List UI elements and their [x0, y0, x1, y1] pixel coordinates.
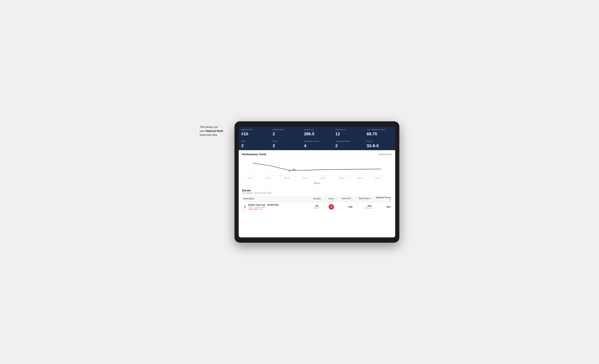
col-score: Score: [325, 195, 338, 202]
weighted-points-info-icon: ⓘ: [389, 199, 391, 201]
event-sg-value: 0.45: [339, 206, 352, 208]
events-table: Event Name Position Score Event SG ⓘ Tot…: [242, 195, 392, 212]
table-row: 🏌️ Buster Cozy Cup – Stroke Play Oct 9 –…: [242, 202, 392, 212]
stat-record-label: Record: [367, 140, 393, 142]
position-sub: out of 7: [310, 207, 324, 209]
stat-top3s-label: Top 3s: [273, 140, 298, 142]
score-badge: -22: [329, 204, 334, 210]
stat-total-rounds-label: Total Rounds: [335, 128, 361, 131]
svg-text:OCT 23: OCT 23: [247, 177, 253, 179]
event-sg-cell: 0.45: [338, 202, 353, 212]
svg-text:DEC 23: DEC 23: [284, 177, 290, 179]
col-event-name: Event Name: [242, 195, 309, 202]
tablet-device: National Rank #10 Regional Rank 2 Scorin…: [235, 121, 399, 243]
col-weighted-points: Weighted Points ⓘ: [373, 195, 392, 202]
stat-national-rank-label: National Rank: [241, 128, 267, 131]
stat-top3s-value: 2: [273, 143, 298, 148]
stat-top3s: Top 3s 2: [270, 138, 301, 150]
svg-text:APR 24: APR 24: [357, 177, 363, 179]
annotation-line3: trend over time: [200, 133, 217, 136]
stat-national-rank-value: #10: [241, 132, 267, 136]
tablet-screen: National Rank #10 Regional Rank 2 Scorin…: [239, 127, 395, 237]
svg-text:MAR 24: MAR 24: [339, 177, 345, 179]
stat-match-play-label: Match Play Events: [335, 140, 361, 142]
events-section: Events Last updated: 24th November 2023 …: [239, 187, 395, 237]
stat-total-rounds-value: 12: [335, 132, 361, 136]
chart-x-axis-label: Months: [242, 182, 392, 185]
stat-scoring-avg-label: Scoring Avg.: [304, 128, 330, 131]
total-points-value: 28.3: [355, 205, 371, 207]
performance-trend-section: Performance Trend National Rank: [239, 150, 395, 187]
stat-record-value: 32-8-0: [367, 143, 393, 148]
performance-trend-label: National Rank: [379, 153, 392, 155]
stat-avg-weighted-value: 68.75: [367, 132, 393, 136]
chart-svg: #10 OCT 23 NOV 23 DEC 23 JAN 24 FEB 24 M…: [242, 157, 392, 182]
annotation-line2-prefix: your: [200, 129, 205, 133]
stat-regional-rank: Regional Rank 2: [270, 127, 301, 138]
stat-stroke-play-label: Stroke Play Events: [304, 140, 330, 142]
stat-match-play: Match Play Events 2: [333, 138, 364, 150]
weighted-points-cell: 28.3: [373, 202, 392, 212]
stat-record: Record 32-8-0: [364, 138, 395, 150]
event-info-cell: 🏌️ Buster Cozy Cup – Stroke Play Oct 9 –…: [242, 202, 309, 212]
stat-match-play-value: 2: [335, 143, 361, 148]
stat-national-rank: National Rank #10: [239, 127, 270, 138]
rank-impact: Rank Impact: 3 ▼: [248, 208, 279, 210]
total-points-info-icon: ⓘ: [370, 198, 372, 200]
stat-wins: Wins 2: [239, 138, 270, 150]
stat-stroke-play-value: 4: [304, 143, 330, 148]
events-last-updated: Last updated: 24th November 2023: [242, 192, 392, 194]
event-sg-info-icon: ⓘ: [351, 198, 352, 200]
stat-wins-label: Wins: [241, 140, 267, 142]
events-table-body: 🏌️ Buster Cozy Cup – Stroke Play Oct 9 –…: [242, 202, 392, 212]
svg-text:#10: #10: [292, 169, 295, 170]
event-name: Buster Cozy Cup – Stroke Play: [248, 204, 279, 206]
stats-row-1: National Rank #10 Regional Rank 2 Scorin…: [239, 127, 395, 138]
annotation: This shows you your National Rank trend …: [200, 125, 237, 137]
total-points-cell: 28.3 3 Rounds: [353, 202, 373, 212]
stat-wins-value: 2: [241, 143, 267, 148]
col-position: Position: [309, 195, 325, 202]
svg-text:FEB 24: FEB 24: [321, 177, 326, 179]
event-golf-icon: 🏌️: [243, 205, 247, 209]
scene: This shows you your National Rank trend …: [200, 121, 399, 243]
event-score-cell: -22: [325, 202, 338, 212]
svg-point-10: [289, 170, 290, 171]
performance-trend-header: Performance Trend National Rank: [242, 153, 392, 156]
chart-area: #10 OCT 23 NOV 23 DEC 23 JAN 24 FEB 24 M…: [242, 157, 392, 182]
stat-regional-rank-label: Regional Rank: [273, 128, 298, 131]
stat-avg-weighted: Avg. Weighted Points ⓘ 68.75: [364, 127, 395, 138]
svg-text:JAN 24: JAN 24: [302, 177, 308, 179]
position-value: 6th: [310, 205, 324, 207]
annotation-line1: This shows you: [200, 125, 218, 128]
stat-scoring-avg: Scoring Avg. 286.5: [301, 127, 333, 138]
stat-regional-rank-value: 2: [273, 132, 298, 136]
col-total-points: Total Points ⓘ: [353, 195, 373, 202]
event-date: Oct 9 – Oct 10, 2023: [248, 206, 279, 208]
stat-stroke-play: Stroke Play Events 4: [301, 138, 333, 150]
annotation-line2-bold: National Rank: [205, 129, 223, 133]
total-points-sub: 3 Rounds: [355, 207, 371, 209]
col-event-sg: Event SG ⓘ: [338, 195, 353, 202]
stat-avg-weighted-label: Avg. Weighted Points ⓘ: [367, 128, 393, 131]
stats-row-2: Wins 2 Top 3s 2 Stroke Play Events 4 Mat…: [239, 138, 395, 150]
performance-trend-title: Performance Trend: [242, 153, 266, 156]
stat-total-rounds: Total Rounds 12: [333, 127, 364, 138]
event-position-cell: 6th out of 7: [309, 202, 325, 212]
stat-scoring-avg-value: 286.5: [304, 132, 330, 136]
events-table-header: Event Name Position Score Event SG ⓘ Tot…: [242, 195, 392, 202]
events-title: Events: [242, 189, 392, 192]
weighted-points-value: 28.3: [374, 206, 391, 208]
svg-text:MAY 24: MAY 24: [375, 177, 381, 179]
svg-text:NOV 23: NOV 23: [266, 177, 272, 179]
